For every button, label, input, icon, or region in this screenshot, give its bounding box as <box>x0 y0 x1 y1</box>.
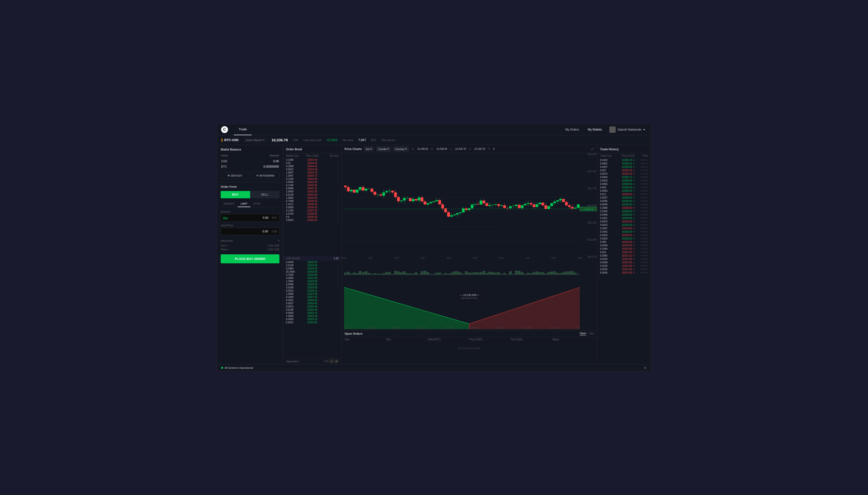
ask-row[interactable]: 0.299910344.35- <box>283 165 341 168</box>
ask-row[interactable]: 0.610010341.80- <box>283 193 341 197</box>
trade-price: 10336.71 ↗ <box>612 176 635 178</box>
ask-row[interactable]: 3.000010339.25- <box>283 206 341 209</box>
ask-row[interactable]: 5.601010336.30- <box>283 219 341 222</box>
col-size: Size <box>386 338 428 341</box>
ask-row[interactable]: 2.000010342.85- <box>283 181 341 184</box>
limit-price-input[interactable] <box>221 228 270 235</box>
ask-row[interactable]: 0.132010337.35- <box>283 209 341 212</box>
ask-row[interactable]: 0.110010342.65- <box>283 184 341 187</box>
bid-row[interactable]: 1.000010327.95- <box>283 292 341 295</box>
aggregation-decrease-button[interactable]: − <box>330 359 333 363</box>
tab-stop[interactable]: STOP <box>250 201 264 207</box>
user-menu[interactable]: Satoshi Nakamoto ▾ <box>607 125 647 134</box>
market-bar: ₿ BTC-USD Select Market ▾ 10,336.78 USD … <box>217 135 651 145</box>
bid-row[interactable]: 0.100010327.25- <box>283 295 341 298</box>
col-side: Side <box>345 338 386 341</box>
trade-history-row: 0.0463 10338.05 ↗ 9:49:48 <box>597 182 651 186</box>
ask-row[interactable]: 1.000010340.65- <box>283 197 341 200</box>
trade-price: 10332.95 ↗ <box>612 271 635 274</box>
nav-tab-trade[interactable]: Trade <box>234 124 252 135</box>
col-price-usd: Price (USD) <box>612 154 635 157</box>
bid-row[interactable]: 0.001010328.15- <box>283 289 341 292</box>
bid-row[interactable]: 3.000010331.00- <box>283 276 341 280</box>
market-select-dropdown[interactable]: Select Market ▾ <box>244 138 267 142</box>
deposit-button[interactable]: ⊕ DEPOSIT <box>220 172 249 179</box>
tab-limit[interactable]: LIMIT <box>238 201 250 207</box>
bid-row[interactable]: 0.032210326.50- <box>283 298 341 302</box>
trade-price: 10339.33 ↗ <box>612 203 635 206</box>
bid-row[interactable]: 0.002110324.50- <box>283 321 341 324</box>
aggregation-increase-button[interactable]: + <box>334 359 339 363</box>
tab-fills[interactable]: Fills <box>589 332 594 336</box>
ask-row[interactable]: 1.004710343.75- <box>283 174 341 177</box>
place-order-button[interactable]: PLACE BUY ORDER <box>220 254 279 263</box>
bid-row[interactable]: 0.616810326.30- <box>283 308 341 311</box>
withdraw-button[interactable]: ⊖ WITHDRAW <box>251 172 280 179</box>
trade-size: 0.0045 <box>600 203 612 206</box>
amount-unit: BTC <box>270 215 279 221</box>
bid-row[interactable]: 3.026810329.00- <box>283 286 341 289</box>
candle-type-selector[interactable]: Candle ▾ <box>376 147 391 152</box>
ask-row[interactable]: 0.0110344.40- <box>283 161 341 165</box>
ask-row[interactable]: 0.592210344.30- <box>283 168 341 171</box>
trade-price: 10335.00 ↗ <box>612 220 635 223</box>
bid-row[interactable]: 1.000010325.45- <box>283 314 341 318</box>
my-wallets-button[interactable]: My Wallets <box>585 126 605 133</box>
amount-max-link[interactable]: Max <box>221 215 230 221</box>
last-price: 10,336.78 <box>272 138 288 142</box>
trade-time: 9:49:49 <box>635 169 648 171</box>
bid-row[interactable]: 0.759910332.90- <box>283 273 341 276</box>
ask-row[interactable]: 1.000710343.75- <box>283 171 341 174</box>
bid-row[interactable]: 0.404510335.05- <box>283 261 341 264</box>
col-fee: Fee (USD) <box>511 338 553 341</box>
sell-tab[interactable]: SELL <box>250 191 280 198</box>
bid-row[interactable]: 0.098410333.50- <box>283 267 341 270</box>
ask-row[interactable]: 0.010336.35- <box>283 215 341 219</box>
trade-size: 0.0234 <box>600 258 612 260</box>
bid-row[interactable]: 25.300010333.00- <box>283 270 341 273</box>
close-value: 10,336.78 <box>474 148 485 150</box>
open-value: 10,338.05 <box>417 148 428 150</box>
advanced-row[interactable]: Advanced ▾ <box>220 238 279 244</box>
amount-input[interactable] <box>230 215 270 221</box>
ask-row[interactable]: 2.414010336.55- <box>283 212 341 215</box>
chart-expand-icon[interactable]: ⤢ <box>591 147 594 151</box>
advanced-chevron-icon: ▾ <box>278 239 279 242</box>
ask-row[interactable]: 0.068810342.15- <box>283 187 341 190</box>
high-label: H: <box>431 148 433 150</box>
logo-icon[interactable]: C <box>221 126 228 133</box>
trade-price: 10338.63 ↗ <box>612 197 635 199</box>
trade-size: 0.0046 <box>600 200 612 202</box>
trade-time: 9:48:24 <box>635 264 648 267</box>
trade-time: 9:49:06 <box>635 214 648 216</box>
price-chart-canvas[interactable] <box>342 153 597 330</box>
bid-row[interactable]: 1.290410329.35- <box>283 280 341 283</box>
user-avatar <box>609 126 616 133</box>
settings-icon[interactable]: ⚙ <box>644 366 647 370</box>
bid-row[interactable]: 0.099910329.25- <box>283 283 341 286</box>
trade-time: 9:48:54 <box>635 234 648 236</box>
overlay-selector[interactable]: Overlay ▾ <box>393 147 409 152</box>
timeframe-selector[interactable]: 5m ▾ <box>364 147 374 152</box>
nav-right: My Orders My Wallets Satoshi Nakamoto ▾ <box>562 125 647 134</box>
ask-row[interactable]: 0.759910340.35- <box>283 200 341 203</box>
volume-currency: BTC <box>371 139 376 141</box>
ask-row[interactable]: 2.000010341.95- <box>283 190 341 193</box>
bid-row[interactable]: 6.000010325.25- <box>283 318 341 321</box>
bid-row[interactable]: 2.510010334.95- <box>283 264 341 267</box>
trade-price: 10338.05 ↗ <box>612 179 635 182</box>
ask-row[interactable]: 1.437110340.00- <box>283 203 341 206</box>
order-book-aggregation: Aggregation 0.05 − + <box>283 358 341 364</box>
trade-history-row: 0.0023 10338.05 ↗ 9:49:48 <box>597 179 651 182</box>
bid-row[interactable]: 0.050010325.75- <box>283 311 341 314</box>
tab-open[interactable]: Open <box>580 332 586 336</box>
bid-row[interactable]: 0.003710326.45- <box>283 302 341 305</box>
trade-price: 10336.80 ↗ <box>612 207 635 209</box>
buy-tab[interactable]: BUY <box>220 191 250 198</box>
bid-row[interactable]: 0.002310326.40- <box>283 305 341 308</box>
ask-row[interactable]: 0.110010342.90- <box>283 177 341 181</box>
tab-market[interactable]: MARKET <box>220 201 238 207</box>
status-text: All Systems Operational <box>225 366 253 369</box>
my-orders-button[interactable]: My Orders <box>562 126 583 133</box>
ask-row[interactable]: 3.140010344.45- <box>283 158 341 161</box>
